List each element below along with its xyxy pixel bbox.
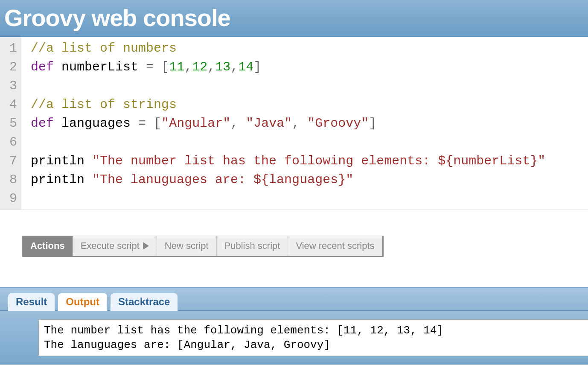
view-recent-scripts-button[interactable]: View recent scripts (288, 236, 382, 256)
code-line[interactable] (31, 133, 588, 152)
tab-stacktrace[interactable]: Stacktrace (110, 293, 178, 311)
line-number-gutter: 123456789 (0, 37, 21, 210)
line-number: 9 (3, 189, 17, 208)
new-script-label: New script (165, 240, 209, 251)
code-line[interactable] (31, 189, 588, 208)
actions-toolbar: Actions Execute script New script Publis… (22, 236, 384, 257)
play-icon (143, 242, 149, 250)
execute-script-label: Execute script (81, 240, 140, 251)
code-line[interactable]: def languages = ["Angular", "Java", "Gro… (31, 114, 588, 133)
toolbar-container: Actions Execute script New script Publis… (0, 210, 588, 257)
line-number: 7 (3, 152, 17, 170)
code-line[interactable]: println "The number list has the followi… (31, 152, 588, 170)
line-number: 1 (3, 39, 17, 58)
line-number: 2 (3, 58, 17, 76)
publish-script-button[interactable]: Publish script (216, 236, 288, 256)
output-tab-row: Result Output Stacktrace (0, 288, 588, 311)
code-editor[interactable]: 123456789 //a list of numbersdef numberL… (0, 37, 588, 210)
publish-script-label: Publish script (224, 240, 280, 251)
actions-label: Actions (23, 236, 73, 256)
code-line[interactable]: //a list of numbers (31, 39, 588, 58)
output-text: The number list has the following elemen… (38, 319, 588, 356)
line-number: 4 (3, 95, 17, 114)
line-number: 8 (3, 170, 17, 189)
line-number: 6 (3, 133, 17, 152)
app-header: Groovy web console (0, 0, 588, 37)
execute-script-button[interactable]: Execute script (73, 236, 157, 256)
output-panel: Result Output Stacktrace The number list… (0, 287, 588, 365)
view-recent-scripts-label: View recent scripts (296, 240, 374, 251)
code-line[interactable]: def numberList = [11,12,13,14] (31, 58, 588, 76)
line-number: 5 (3, 114, 17, 133)
code-line[interactable] (31, 76, 588, 95)
line-number: 3 (3, 76, 17, 95)
tab-result[interactable]: Result (8, 293, 55, 311)
code-area[interactable]: //a list of numbersdef numberList = [11,… (21, 37, 588, 210)
new-script-button[interactable]: New script (157, 236, 216, 256)
code-line[interactable]: //a list of strings (31, 95, 588, 114)
code-line[interactable]: println "The lanuguages are: ${languages… (31, 170, 588, 189)
tab-output[interactable]: Output (58, 293, 108, 311)
page-title: Groovy web console (4, 4, 230, 32)
